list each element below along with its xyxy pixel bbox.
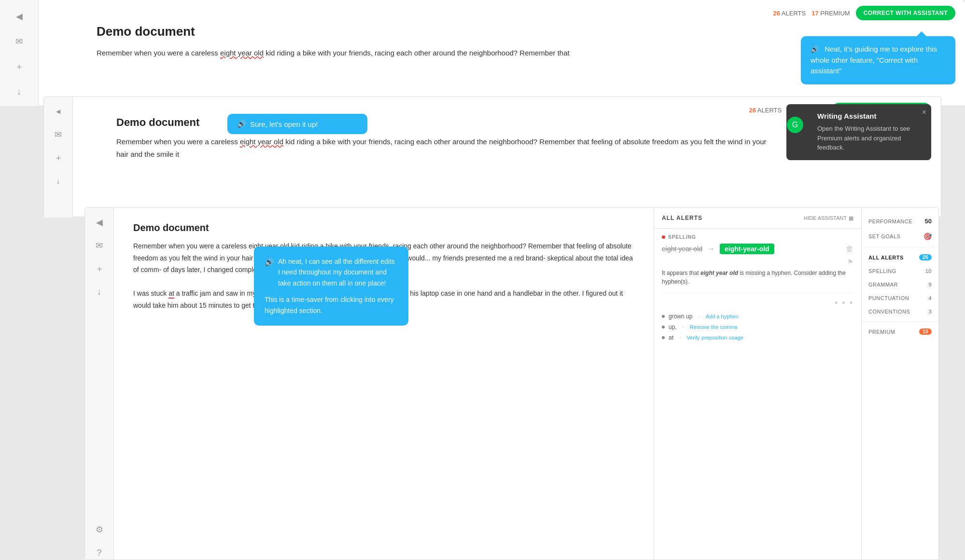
spelling-dot	[662, 235, 665, 239]
alerts-title: ALL ALERTS	[662, 215, 702, 221]
alert-correct-text[interactable]: eight-year-old	[720, 244, 774, 254]
layer1-panel: ◀ ✉ ＋ ↓ 26 ALERTS 17 PREMIUM CORRECT WIT…	[0, 0, 965, 106]
chat-icon-3: 🔊	[265, 256, 274, 269]
inbox-icon-2[interactable]: ✉	[52, 128, 65, 141]
set-goals-row[interactable]: SET GOALS 🎯	[862, 229, 938, 244]
alert-desc: It appears that eight year old is missin…	[662, 269, 853, 286]
alerts-content: SPELLING eight year old → eight-year-old…	[654, 229, 861, 560]
alert-divider	[662, 293, 853, 293]
inbox-icon[interactable]: ✉	[13, 35, 26, 48]
tooltip-bubble-1: 🔊 Neat, it's guiding me to explore this …	[801, 36, 955, 84]
sub-alert-action-1[interactable]: Add a hyphen	[706, 314, 739, 319]
alert-correction-row: eight year old → eight-year-old 🗑	[662, 244, 853, 254]
hide-assistant-button[interactable]: HIDE ASSISTANT ▦	[804, 215, 853, 221]
chat-bubble-2: 🔊 Sure, let's open it up!	[227, 114, 367, 134]
layer2-sidebar: ◀ ✉ ＋ ↓	[44, 97, 73, 218]
sub-alert-3: at · Verify preposition usage	[662, 332, 853, 343]
layer3-main: Demo document Remember when you were a c…	[114, 208, 938, 560]
alerts-count: 26 ALERTS	[773, 10, 806, 17]
layer1-sidebar: ◀ ✉ ＋ ↓	[0, 0, 39, 106]
sub-alert-1: grown up · Add a hyphen	[662, 311, 853, 322]
doc-text-2: Remember when you were a careless eight …	[116, 136, 772, 160]
sub-alert-word-1: grown up	[669, 313, 692, 320]
help-icon[interactable]: ?	[93, 546, 106, 560]
more-icon[interactable]: • • •	[835, 298, 853, 308]
premium-category[interactable]: PREMIUM 10	[862, 325, 938, 339]
alerts-count-2: 26 ALERTS	[749, 107, 782, 114]
performance-row: PERFORMANCE 50	[862, 214, 938, 229]
chat-icon-2: 🔊	[237, 120, 246, 128]
writing-assistant-popup: × G Writing Assistant Open the Writing A…	[786, 104, 931, 160]
sub-alert-word-2: up,	[669, 324, 677, 330]
highlighted-text-2: eight year old	[240, 137, 283, 146]
highlighted-text-1: eight year old	[220, 49, 264, 57]
alerts-panel: ALL ALERTS HIDE ASSISTANT ▦ SPELLING eig…	[654, 208, 861, 560]
highlighted-text-4: at	[168, 289, 174, 299]
download-icon-3[interactable]: ↓	[93, 285, 106, 299]
chat-bubble-3: 🔊 Ah neat, I can see all the different e…	[254, 246, 408, 326]
arrow-icon: →	[707, 245, 715, 253]
collapse-icon[interactable]: ◀	[13, 10, 26, 23]
correct-with-assistant-button[interactable]: CORRECT WITH ASSISTANT	[856, 6, 955, 20]
alerts-header: ALL ALERTS HIDE ASSISTANT ▦	[654, 208, 861, 229]
close-popup-button[interactable]: ×	[922, 108, 926, 117]
sub-dot-3	[662, 336, 665, 339]
sub-alert-2: up, · Remove the comma	[662, 322, 853, 332]
trash-icon[interactable]: 🗑	[846, 245, 853, 253]
table-icon: ▦	[849, 215, 853, 221]
categories-panel: PERFORMANCE 50 SET GOALS 🎯 ALL ALERTS 26…	[861, 208, 938, 560]
collapse-icon-3[interactable]: ◀	[93, 216, 106, 229]
layer2-panel: ◀ ✉ ＋ ↓ 26 ALERTS 17 PREMIUM CORRECT WIT…	[43, 96, 941, 217]
download-icon-2[interactable]: ↓	[52, 174, 65, 188]
sub-dot-2	[662, 326, 665, 328]
goals-icon: 🎯	[923, 232, 932, 240]
wa-desc: Open the Writing Assistant to see Premiu…	[817, 124, 923, 152]
spelling-category[interactable]: SPELLING 10	[862, 264, 938, 278]
plus-icon-3[interactable]: ＋	[93, 262, 106, 275]
download-icon[interactable]: ↓	[13, 85, 26, 98]
grammarly-icon: G	[787, 117, 803, 133]
premium-badge: 10	[919, 328, 932, 335]
alert-wrong-text: eight year old	[662, 245, 702, 253]
grammar-category[interactable]: GRAMMAR 9	[862, 278, 938, 291]
layer2-content: Demo document Remember when you were a c…	[116, 116, 772, 160]
layer1-header: 26 ALERTS 17 PREMIUM CORRECT WITH ASSIST…	[773, 6, 955, 20]
settings-icon[interactable]: ⚙	[93, 523, 106, 536]
plus-icon-2[interactable]: ＋	[52, 151, 65, 164]
collapse-icon-2[interactable]: ◀	[52, 105, 65, 118]
doc-title-2: Demo document	[116, 116, 772, 129]
punctuation-category[interactable]: PUNCTUATION 4	[862, 291, 938, 305]
sub-alert-word-3: at	[669, 334, 673, 341]
editor-area[interactable]: Demo document Remember when you were a c…	[114, 208, 654, 560]
alert-category-spelling: SPELLING	[662, 234, 853, 240]
sub-dot-1	[662, 315, 665, 318]
doc-title-3: Demo document	[133, 222, 634, 233]
sub-alert-action-3[interactable]: Verify preposition usage	[686, 335, 743, 341]
layer3-sidebar: ◀ ✉ ＋ ↓ ⚙ ?	[85, 208, 114, 560]
plus-icon[interactable]: ＋	[13, 60, 26, 73]
all-alerts-category[interactable]: ALL ALERTS 26	[862, 250, 938, 264]
assistant-icon-1: 🔊	[811, 44, 819, 55]
all-alerts-badge: 26	[919, 254, 932, 260]
conventions-category[interactable]: CONVENTIONS 3	[862, 305, 938, 318]
flag-icon[interactable]: ⚑	[847, 258, 853, 266]
wa-title: Writing Assistant	[817, 112, 923, 120]
sub-alert-action-2[interactable]: Remove the comma	[690, 324, 737, 330]
spelling-alert: SPELLING eight year old → eight-year-old…	[662, 234, 853, 286]
inbox-icon-3[interactable]: ✉	[93, 239, 106, 252]
premium-count: 17 PREMIUM	[811, 10, 850, 17]
layer3-panel: ◀ ✉ ＋ ↓ ⚙ ? Demo document Remember when …	[84, 207, 939, 560]
